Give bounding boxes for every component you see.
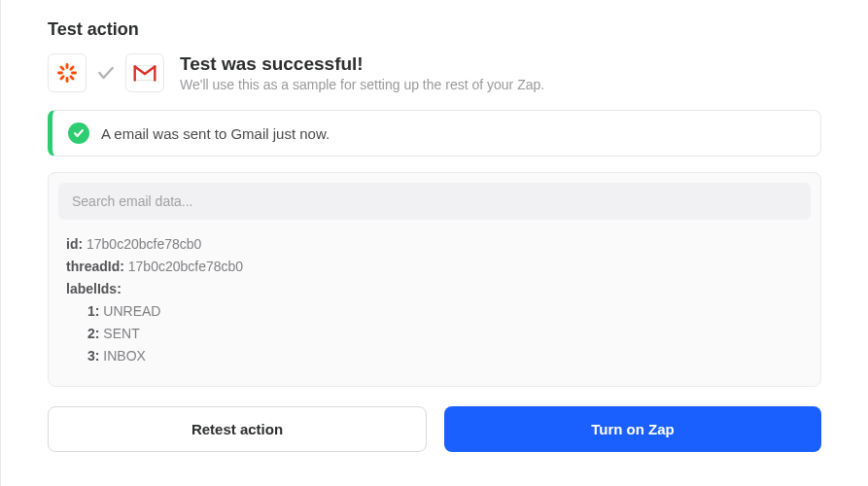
retest-button[interactable]: Retest action (48, 406, 427, 452)
svg-rect-0 (66, 63, 69, 69)
chain-check-icon (96, 63, 116, 83)
data-value: SENT (103, 326, 139, 341)
svg-rect-2 (57, 72, 63, 75)
turn-on-zap-button[interactable]: Turn on Zap (444, 406, 821, 452)
svg-rect-5 (59, 75, 65, 81)
search-input[interactable] (58, 183, 811, 220)
data-key: id: (66, 236, 83, 252)
page-title: Test action (48, 19, 821, 40)
button-row: Retest action Turn on Zap (48, 406, 821, 452)
header-text: Test was successful! We'll use this as a… (180, 53, 544, 92)
data-panel: id: 17b0c20bcfe78cb0 threadId: 17b0c20bc… (48, 172, 821, 387)
success-check-icon (68, 122, 89, 144)
data-value: 17b0c20bcfe78cb0 (87, 236, 201, 252)
data-list: id: 17b0c20bcfe78cb0 threadId: 17b0c20bc… (58, 233, 811, 368)
svg-rect-6 (59, 65, 65, 71)
data-value: INBOX (103, 348, 146, 364)
alert-message: A email was sent to Gmail just now. (101, 125, 330, 142)
data-row-label-3: 3: INBOX (66, 345, 803, 367)
header-row: Test was successful! We'll use this as a… (48, 53, 821, 92)
svg-rect-7 (69, 75, 75, 81)
svg-rect-4 (69, 65, 75, 71)
zapier-icon (48, 53, 87, 92)
data-key: 3: (87, 348, 99, 364)
data-row-label-1: 1: UNREAD (66, 300, 803, 323)
success-alert: A email was sent to Gmail just now. (48, 110, 821, 156)
data-row-threadid: threadId: 17b0c20bcfe78cb0 (66, 256, 803, 278)
data-key: threadId: (66, 259, 124, 274)
gmail-icon (125, 53, 164, 92)
data-value: 17b0c20bcfe78cb0 (128, 259, 243, 274)
data-row-labelids: labelIds: (66, 278, 803, 300)
data-key: labelIds: (66, 281, 122, 296)
data-row-id: id: 17b0c20bcfe78cb0 (66, 233, 803, 256)
data-key: 2: (87, 326, 99, 341)
data-row-label-2: 2: SENT (66, 323, 803, 345)
svg-rect-3 (71, 72, 77, 75)
header-subtext: We'll use this as a sample for setting u… (180, 77, 544, 92)
header-heading: Test was successful! (180, 53, 544, 76)
data-value: UNREAD (103, 303, 160, 319)
svg-rect-1 (66, 77, 69, 83)
data-key: 1: (87, 303, 99, 319)
